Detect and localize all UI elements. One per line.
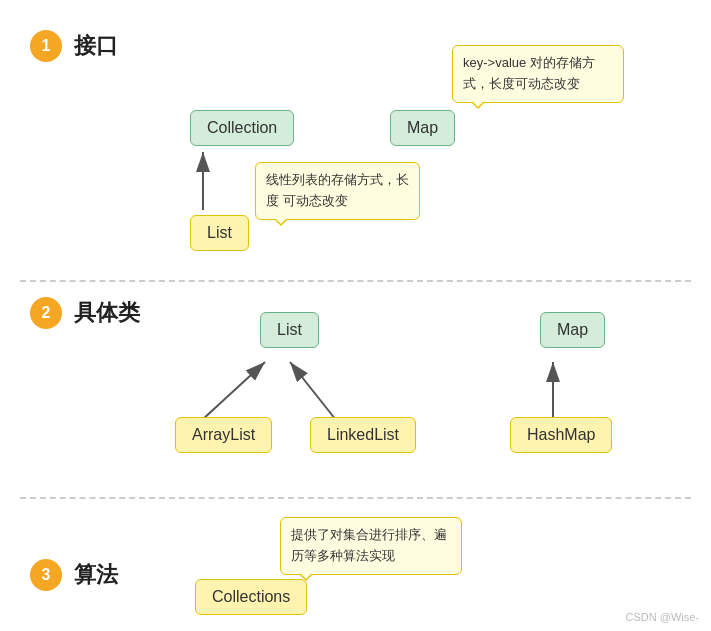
badge-3: 3 bbox=[30, 559, 62, 591]
list-callout: 线性列表的存储方式，长度 可动态改变 bbox=[255, 162, 420, 220]
section-2-title: 具体类 bbox=[74, 298, 140, 328]
main-container: 1 接口 Collection List Map 线性列表的存储方式，长度 可动… bbox=[0, 0, 711, 631]
map-box-1: Map bbox=[390, 110, 455, 146]
list-box-1: List bbox=[190, 215, 249, 251]
arraylist-box: ArrayList bbox=[175, 417, 272, 453]
section-3: 3 算法 Collections 提供了对集合进行排序、遍 历等多种算法实现 bbox=[20, 499, 691, 631]
hashmap-box: HashMap bbox=[510, 417, 612, 453]
section-1-title: 接口 bbox=[74, 31, 118, 61]
watermark: CSDN @Wise- bbox=[626, 611, 700, 623]
collection-box: Collection bbox=[190, 110, 294, 146]
section-1: 1 接口 Collection List Map 线性列表的存储方式，长度 可动… bbox=[20, 10, 691, 280]
map-box-2: Map bbox=[540, 312, 605, 348]
linkedlist-box: LinkedList bbox=[310, 417, 416, 453]
collections-callout: 提供了对集合进行排序、遍 历等多种算法实现 bbox=[280, 517, 462, 575]
badge-2: 2 bbox=[30, 297, 62, 329]
collections-box: Collections bbox=[195, 579, 307, 615]
section-3-label: 3 算法 bbox=[30, 559, 118, 591]
list-box-2: List bbox=[260, 312, 319, 348]
section-3-title: 算法 bbox=[74, 560, 118, 590]
map-callout: key->value 对的存储方 式，长度可动态改变 bbox=[452, 45, 624, 103]
section-2-label: 2 具体类 bbox=[30, 297, 140, 329]
badge-1: 1 bbox=[30, 30, 62, 62]
section-2: 2 具体类 List ArrayList LinkedList Map Hash… bbox=[20, 282, 691, 497]
section-1-label: 1 接口 bbox=[30, 30, 118, 62]
